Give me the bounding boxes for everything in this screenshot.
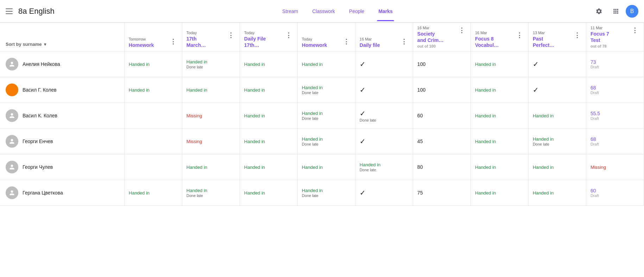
cell-empty: [124, 129, 182, 154]
user-avatar[interactable]: B: [626, 5, 638, 18]
apps-icon: [612, 8, 619, 15]
person-icon: [8, 112, 15, 119]
cell-1-0: Handed in: [124, 77, 182, 103]
col-header-7: 13 MarPast Perfect…⋮: [528, 23, 586, 51]
cell-0-4: ✓: [355, 51, 413, 77]
cell-4-3: Handed in: [297, 154, 355, 180]
status-check: ✓: [533, 86, 539, 94]
nav-item-classwork[interactable]: Classwork: [311, 1, 336, 21]
nav-item-stream[interactable]: Stream: [281, 1, 299, 21]
score-label: Draft: [591, 142, 639, 146]
col-more-icon-2[interactable]: ⋮: [284, 31, 293, 40]
col-header-0: TomorrowHomework⋮: [124, 23, 182, 51]
cell-1-2: Handed in: [240, 77, 297, 103]
cell-2-5: 60: [413, 103, 471, 129]
cell-2-8: 55.5Draft: [586, 103, 644, 129]
cell-5-7: Handed in: [528, 180, 586, 206]
table-header-row: Sort by surname ▾ TomorrowHomework⋮Today…: [0, 23, 644, 51]
student-avatar: [6, 161, 18, 173]
menu-icon[interactable]: [6, 7, 14, 16]
student-cell-3: Георги Енчев: [0, 129, 124, 154]
cell-empty: [124, 103, 182, 129]
table-row: Анелия НейковаHanded inHanded inDone lat…: [0, 51, 644, 77]
handed-in-label: Handed in: [302, 111, 351, 116]
col-more-icon-6[interactable]: ⋮: [515, 31, 524, 40]
marks-content: Sort by surname ▾ TomorrowHomework⋮Today…: [0, 23, 644, 206]
col-date-4: 16 Mar: [360, 37, 380, 41]
col-header-1: Today17th March…⋮: [182, 23, 240, 51]
status-handed-in: Handed in: [533, 190, 554, 196]
col-more-icon-0[interactable]: ⋮: [169, 37, 178, 46]
student-cell-0: Анелия Нейкова: [0, 51, 124, 77]
cell-2-4: ✓Done late: [355, 103, 413, 129]
col-date-6: 16 Mar: [475, 31, 499, 35]
table-row: Васил К. КолевMissingHanded inHanded inD…: [0, 103, 644, 129]
marks-table: Sort by surname ▾ TomorrowHomework⋮Today…: [0, 23, 644, 206]
status-handed-in: Handed in: [302, 62, 323, 67]
cell-0-5: 100: [413, 51, 471, 77]
status-score-draft: 55.5Draft: [591, 111, 639, 121]
handed-in-label: Handed in: [302, 136, 351, 142]
cell-2-3: Handed inDone late: [297, 103, 355, 129]
apps-button[interactable]: [609, 4, 623, 18]
cell-2-7: Handed in: [528, 103, 586, 129]
person-icon: [8, 138, 15, 145]
cell-5-3: Handed inDone late: [297, 180, 355, 206]
cell-4-7: Handed in: [528, 154, 586, 180]
status-score-draft: 60Draft: [591, 188, 639, 198]
student-name: Васил К. Колев: [23, 113, 57, 118]
nav-item-people[interactable]: People: [348, 1, 366, 21]
status-score-draft: 73Draft: [591, 59, 639, 69]
settings-button[interactable]: [592, 4, 606, 18]
status-handed-in: Handed in: [129, 62, 150, 67]
status-handed-in-late: Handed inDone late: [533, 136, 582, 146]
score-label: Draft: [591, 65, 639, 69]
cell-0-2: Handed in: [240, 51, 297, 77]
handed-in-label: Handed in: [533, 136, 582, 142]
cell-1-6: Handed in: [471, 77, 528, 103]
student-avatar: [6, 84, 18, 96]
cell-5-8: 60Draft: [586, 180, 644, 206]
status-handed-in: Handed in: [475, 190, 496, 196]
sort-control[interactable]: Sort by surname ▾: [6, 40, 119, 48]
cell-3-6: Handed in: [471, 129, 528, 154]
status-handed-in: Handed in: [475, 62, 496, 67]
done-late-label: Done late: [533, 142, 582, 146]
app-title: 8a English: [18, 7, 55, 16]
col-more-icon-7[interactable]: ⋮: [573, 31, 582, 40]
student-cell-5: Гергана Цветкова: [0, 180, 124, 206]
cell-5-4: ✓: [355, 180, 413, 206]
status-handed-in-late: Handed inDone late: [302, 188, 351, 198]
status-handed-in: Handed in: [533, 113, 554, 118]
nav-item-marks[interactable]: Marks: [377, 1, 394, 21]
done-late-label: Done late: [302, 142, 351, 146]
cell-4-2: Handed in: [240, 154, 297, 180]
cell-4-4: Handed inDone late: [355, 154, 413, 180]
cell-1-1: Handed in: [182, 77, 240, 103]
col-title-0: Homework: [129, 42, 154, 48]
done-late-label: Done late: [302, 193, 351, 198]
col-more-icon-8[interactable]: ⋮: [630, 26, 639, 35]
col-more-icon-4[interactable]: ⋮: [399, 37, 409, 46]
status-handed-in-late: Handed inDone late: [302, 136, 351, 146]
score-value: 73: [591, 59, 639, 65]
score-value: 68: [591, 85, 639, 91]
status-handed-in: Handed in: [244, 113, 265, 118]
status-check: ✓: [533, 60, 539, 68]
status-check: ✓: [360, 137, 366, 145]
student-name: Васил Г. Колев: [23, 87, 57, 93]
col-more-icon-3[interactable]: ⋮: [342, 37, 351, 46]
cell-5-2: Handed in: [240, 180, 297, 206]
status-handed-in: Handed in: [187, 165, 207, 170]
col-more-icon-5[interactable]: ⋮: [457, 26, 466, 35]
col-more-icon-1[interactable]: ⋮: [226, 31, 235, 40]
status-handed-in: Handed in: [302, 165, 323, 170]
score-value: 68: [591, 136, 639, 142]
student-col-header: Sort by surname ▾: [0, 23, 124, 51]
status-handed-in: Handed in: [244, 139, 265, 144]
status-handed-in-late: Handed inDone late: [187, 188, 235, 198]
status-score-draft: 68Draft: [591, 85, 639, 95]
cell-4-5: 80: [413, 154, 471, 180]
status-handed-in: Handed in: [129, 190, 150, 196]
status-handed-in: Handed in: [475, 87, 496, 93]
